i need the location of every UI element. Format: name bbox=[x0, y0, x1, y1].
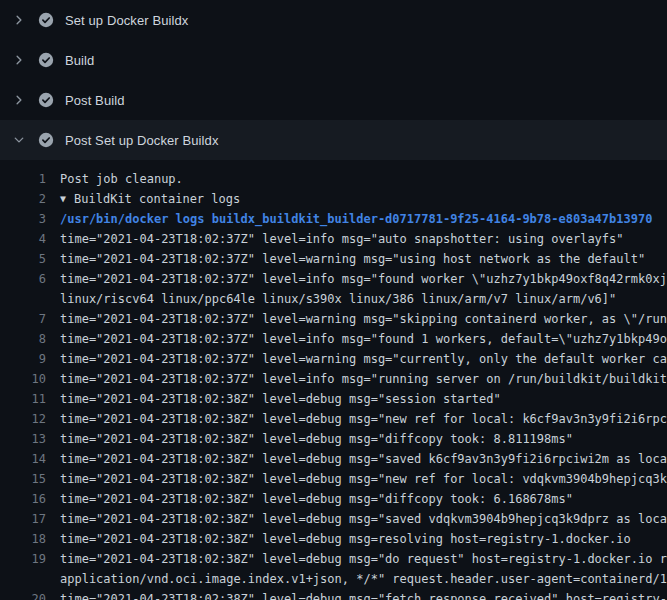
log-line-number[interactable]: 8 bbox=[0, 329, 46, 349]
log-line-number[interactable]: 13 bbox=[0, 429, 46, 449]
log-line: 17time="2021-04-23T18:02:38Z" level=debu… bbox=[0, 509, 667, 529]
log-text: time="2021-04-23T18:02:38Z" level=debug … bbox=[46, 469, 667, 489]
log-text: time="2021-04-23T18:02:37Z" level=info m… bbox=[46, 269, 667, 289]
log-line-number[interactable]: 2 bbox=[0, 189, 46, 209]
log-text: time="2021-04-23T18:02:37Z" level=warnin… bbox=[46, 309, 667, 329]
log-text: time="2021-04-23T18:02:38Z" level=debug … bbox=[46, 589, 667, 600]
step-label: Build bbox=[65, 53, 94, 68]
log-line: 12time="2021-04-23T18:02:38Z" level=debu… bbox=[0, 409, 667, 429]
log-line: 8time="2021-04-23T18:02:37Z" level=info … bbox=[0, 329, 667, 349]
log-line: 2▼BuildKit container logs bbox=[0, 189, 667, 209]
check-circle-icon bbox=[38, 52, 54, 68]
log-text: time="2021-04-23T18:02:38Z" level=debug … bbox=[46, 449, 667, 469]
log-line: 15time="2021-04-23T18:02:38Z" level=debu… bbox=[0, 469, 667, 489]
log-line: 4time="2021-04-23T18:02:37Z" level=info … bbox=[0, 229, 667, 249]
log-text: time="2021-04-23T18:02:38Z" level=debug … bbox=[46, 429, 573, 449]
log-line-number bbox=[0, 289, 46, 309]
log-line: 14time="2021-04-23T18:02:38Z" level=debu… bbox=[0, 449, 667, 469]
check-circle-icon bbox=[38, 92, 54, 108]
log-line: 9time="2021-04-23T18:02:37Z" level=warni… bbox=[0, 349, 667, 369]
log-text: time="2021-04-23T18:02:38Z" level=debug … bbox=[46, 529, 631, 549]
log-group-toggle[interactable]: ▼BuildKit container logs bbox=[46, 189, 240, 209]
log-line: 11time="2021-04-23T18:02:38Z" level=debu… bbox=[0, 389, 667, 409]
log-text: time="2021-04-23T18:02:37Z" level=warnin… bbox=[46, 349, 667, 369]
log-line-number[interactable]: 19 bbox=[0, 549, 46, 569]
chevron-right-icon bbox=[12, 92, 26, 108]
check-circle-icon bbox=[38, 12, 54, 28]
log-text: time="2021-04-23T18:02:38Z" level=debug … bbox=[46, 489, 573, 509]
step-sections: Set up Docker BuildxBuildPost BuildPost … bbox=[0, 0, 667, 160]
chevron-right-icon bbox=[12, 12, 26, 28]
chevron-right-icon bbox=[12, 52, 26, 68]
triangle-down-icon: ▼ bbox=[60, 189, 66, 209]
chevron-down-icon bbox=[12, 132, 26, 148]
log-line: 19time="2021-04-23T18:02:38Z" level=debu… bbox=[0, 549, 667, 569]
log-group-title: BuildKit container logs bbox=[74, 189, 240, 209]
log-line-number[interactable]: 3 bbox=[0, 209, 46, 229]
log-line-number[interactable]: 4 bbox=[0, 229, 46, 249]
log-line: 6time="2021-04-23T18:02:37Z" level=info … bbox=[0, 269, 667, 289]
log-line-number[interactable]: 7 bbox=[0, 309, 46, 329]
log-line-number[interactable]: 9 bbox=[0, 349, 46, 369]
log-text: time="2021-04-23T18:02:38Z" level=debug … bbox=[46, 389, 501, 409]
step-label: Post Set up Docker Buildx bbox=[65, 133, 219, 148]
log-text: time="2021-04-23T18:02:38Z" level=debug … bbox=[46, 509, 667, 529]
log-text: Post job cleanup. bbox=[46, 169, 183, 189]
log-line: 18time="2021-04-23T18:02:38Z" level=debu… bbox=[0, 529, 667, 549]
log-line-number bbox=[0, 569, 46, 589]
step-header-build[interactable]: Build bbox=[0, 40, 667, 80]
log-line-number[interactable]: 6 bbox=[0, 269, 46, 289]
log-line-number[interactable]: 15 bbox=[0, 469, 46, 489]
step-header-set-up-docker-buildx[interactable]: Set up Docker Buildx bbox=[0, 0, 667, 40]
log-text: time="2021-04-23T18:02:37Z" level=info m… bbox=[46, 229, 624, 249]
step-label: Post Build bbox=[65, 93, 125, 108]
log-container: 1Post job cleanup.2▼BuildKit container l… bbox=[0, 160, 667, 600]
log-line-number[interactable]: 18 bbox=[0, 529, 46, 549]
log-line-number[interactable]: 1 bbox=[0, 169, 46, 189]
log-line: 16time="2021-04-23T18:02:38Z" level=debu… bbox=[0, 489, 667, 509]
log-line-number[interactable]: 20 bbox=[0, 589, 46, 600]
log-line: linux/riscv64 linux/ppc64le linux/s390x … bbox=[0, 289, 667, 309]
log-line: 13time="2021-04-23T18:02:38Z" level=debu… bbox=[0, 429, 667, 449]
log-line: 20time="2021-04-23T18:02:38Z" level=debu… bbox=[0, 589, 667, 600]
log-text: time="2021-04-23T18:02:37Z" level=warnin… bbox=[46, 249, 645, 269]
log-line-number[interactable]: 17 bbox=[0, 509, 46, 529]
step-label: Set up Docker Buildx bbox=[65, 13, 188, 28]
step-header-post-build[interactable]: Post Build bbox=[0, 80, 667, 120]
log-text: time="2021-04-23T18:02:37Z" level=info m… bbox=[46, 369, 667, 389]
check-circle-icon bbox=[38, 132, 54, 148]
log-line-number[interactable]: 11 bbox=[0, 389, 46, 409]
log-command-text: /usr/bin/docker logs buildx_buildkit_bui… bbox=[46, 209, 652, 229]
log-line-number[interactable]: 10 bbox=[0, 369, 46, 389]
log-line: 7time="2021-04-23T18:02:37Z" level=warni… bbox=[0, 309, 667, 329]
step-header-post-set-up-docker-buildx[interactable]: Post Set up Docker Buildx bbox=[0, 120, 667, 160]
actions-log-viewer: Set up Docker BuildxBuildPost BuildPost … bbox=[0, 0, 667, 600]
log-text: time="2021-04-23T18:02:38Z" level=debug … bbox=[46, 549, 667, 569]
log-line: 3/usr/bin/docker logs buildx_buildkit_bu… bbox=[0, 209, 667, 229]
log-line: 10time="2021-04-23T18:02:37Z" level=info… bbox=[0, 369, 667, 389]
log-line: application/vnd.oci.image.index.v1+json,… bbox=[0, 569, 667, 589]
log-text: application/vnd.oci.image.index.v1+json,… bbox=[46, 569, 667, 589]
log-line-number[interactable]: 16 bbox=[0, 489, 46, 509]
log-line-number[interactable]: 12 bbox=[0, 409, 46, 429]
log-text: time="2021-04-23T18:02:37Z" level=info m… bbox=[46, 329, 667, 349]
log-text: linux/riscv64 linux/ppc64le linux/s390x … bbox=[46, 289, 616, 309]
log-text: time="2021-04-23T18:02:38Z" level=debug … bbox=[46, 409, 667, 429]
log-line: 5time="2021-04-23T18:02:37Z" level=warni… bbox=[0, 249, 667, 269]
log-line-number[interactable]: 5 bbox=[0, 249, 46, 269]
log-line-number[interactable]: 14 bbox=[0, 449, 46, 469]
log-line: 1Post job cleanup. bbox=[0, 169, 667, 189]
